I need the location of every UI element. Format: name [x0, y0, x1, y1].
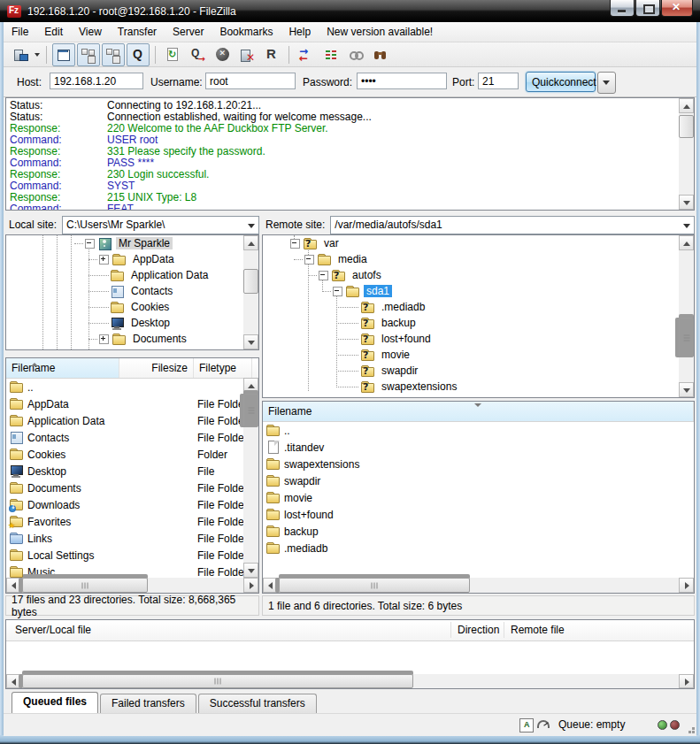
- speed-limit-icon[interactable]: [537, 720, 550, 728]
- tree-item-contacts[interactable]: Contacts: [6, 283, 258, 299]
- local-list-hscrollbar[interactable]: [6, 578, 258, 593]
- toggle-local-tree-button[interactable]: [77, 43, 100, 66]
- file-row[interactable]: ..: [263, 422, 694, 439]
- column-header-direction[interactable]: Direction: [458, 624, 499, 636]
- local-path-combo[interactable]: C:\Users\Mr Sparkle\: [62, 216, 259, 234]
- scroll-left-icon[interactable]: [6, 578, 21, 593]
- tree-item-cookies[interactable]: Cookies: [6, 299, 258, 315]
- log-scrollbar[interactable]: [679, 98, 694, 210]
- column-divider[interactable]: [504, 622, 504, 638]
- scroll-right-icon[interactable]: [679, 578, 694, 593]
- toggle-message-log-button[interactable]: [52, 43, 75, 66]
- file-row[interactable]: .titandev: [263, 439, 694, 456]
- local-list-scrollbar[interactable]: [243, 378, 258, 578]
- tree-item-mr-sparkle[interactable]: Mr Sparkle: [6, 235, 258, 251]
- scroll-down-icon[interactable]: [243, 563, 258, 578]
- tree-item-appdata[interactable]: AppData: [6, 251, 258, 267]
- scroll-left-icon[interactable]: [6, 674, 21, 688]
- scroll-left-icon[interactable]: [263, 578, 278, 593]
- scroll-thumb[interactable]: [679, 318, 694, 357]
- column-header-filetype[interactable]: Filetype: [194, 358, 252, 378]
- column-header-remote-file[interactable]: Remote file: [511, 624, 565, 636]
- menu-server[interactable]: Server: [165, 23, 212, 41]
- local-directory-tree[interactable]: Mr Sparkle AppData Application Data Cont…: [5, 234, 259, 350]
- username-input[interactable]: [205, 73, 296, 89]
- menu-view[interactable]: View: [71, 23, 110, 41]
- cancel-operation-button[interactable]: [211, 43, 234, 66]
- titlebar[interactable]: 192.168.1.20 - root@192.168.1.20 - FileZ…: [0, 0, 700, 22]
- remote-file-list[interactable]: Filename .. .titandev swapextensions swa…: [262, 401, 695, 594]
- tree-item-movie[interactable]: movie: [263, 347, 694, 363]
- file-row[interactable]: DownloadsFile Folder: [6, 496, 258, 513]
- menu-edit[interactable]: Edit: [36, 23, 71, 41]
- find-files-button[interactable]: [369, 43, 392, 66]
- tree-item-downloads[interactable]: Downloads: [6, 347, 258, 350]
- refresh-button[interactable]: [161, 43, 184, 66]
- maximize-button[interactable]: [635, 0, 660, 17]
- file-row[interactable]: ContactsFile Folder: [6, 429, 258, 446]
- menu-bookmarks[interactable]: Bookmarks: [212, 23, 281, 41]
- menu-help[interactable]: Help: [281, 23, 319, 41]
- reconnect-button[interactable]: [260, 43, 283, 66]
- expand-icon[interactable]: [99, 334, 109, 344]
- scroll-thumb[interactable]: [679, 115, 694, 138]
- scroll-right-icon[interactable]: [243, 578, 258, 593]
- queue-hscrollbar[interactable]: [6, 674, 694, 688]
- file-row[interactable]: Local SettingsFile Folder: [6, 547, 258, 564]
- tab-failed-transfers[interactable]: Failed transfers: [100, 694, 196, 713]
- directory-comparison-button[interactable]: [319, 43, 342, 66]
- close-button[interactable]: [661, 0, 693, 17]
- collapse-icon[interactable]: [319, 271, 328, 280]
- local-file-list[interactable]: Filename Filesize Filetype .. AppDataFil…: [5, 357, 259, 594]
- quickconnect-dropdown-button[interactable]: [597, 72, 616, 94]
- transfer-type-icon[interactable]: [519, 718, 534, 732]
- file-row[interactable]: CookiesFolder: [6, 446, 258, 463]
- scroll-thumb[interactable]: [22, 578, 148, 593]
- file-row[interactable]: lost+found: [263, 506, 694, 523]
- message-log[interactable]: Status:Connecting to 192.168.1.20:21... …: [5, 97, 695, 211]
- simultaneous-transfers-button[interactable]: [295, 43, 318, 66]
- column-header-server-local-file[interactable]: Server/Local file: [15, 624, 91, 636]
- tree-item-swapextensions[interactable]: swapextensions: [263, 379, 694, 395]
- scroll-up-icon[interactable]: [243, 235, 258, 250]
- site-manager-dropdown-icon[interactable]: [35, 53, 40, 59]
- file-row[interactable]: DesktopFile: [6, 463, 258, 479]
- expand-icon[interactable]: [99, 255, 109, 265]
- remote-directory-tree[interactable]: var media autofs sda1 .mediadb backup lo…: [262, 234, 695, 398]
- menu-file[interactable]: File: [4, 23, 36, 41]
- scroll-thumb[interactable]: [243, 269, 258, 294]
- tree-item-application-data[interactable]: Application Data: [6, 267, 258, 283]
- toggle-remote-tree-button[interactable]: [102, 43, 125, 66]
- tree-item-lost-found[interactable]: lost+found: [263, 331, 694, 347]
- scroll-down-icon[interactable]: [679, 195, 694, 210]
- combo-arrow-icon[interactable]: [248, 224, 255, 232]
- scroll-thumb[interactable]: [243, 394, 258, 427]
- collapse-icon[interactable]: [304, 255, 314, 265]
- site-manager-button[interactable]: [9, 43, 32, 66]
- tree-item-dvd[interactable]: dvd: [263, 395, 694, 398]
- local-tree-scrollbar[interactable]: [243, 235, 258, 349]
- file-row[interactable]: AppDataFile Folder: [6, 395, 258, 412]
- scroll-down-icon[interactable]: [679, 382, 694, 397]
- tree-item-var[interactable]: var: [263, 235, 694, 251]
- tree-item-media[interactable]: media: [263, 251, 694, 267]
- tab-successful-transfers[interactable]: Successful transfers: [198, 694, 317, 713]
- file-row[interactable]: swapdir: [263, 472, 694, 489]
- tree-item-swapdir[interactable]: swapdir: [263, 363, 694, 379]
- process-queue-button[interactable]: [186, 43, 209, 66]
- file-row[interactable]: LinksFile Folder: [6, 530, 258, 547]
- scroll-up-icon[interactable]: [679, 98, 694, 113]
- combo-arrow-icon[interactable]: [683, 224, 690, 232]
- disconnect-button[interactable]: [235, 43, 258, 66]
- port-input[interactable]: [478, 73, 519, 89]
- host-input[interactable]: [50, 73, 143, 89]
- menu-transfer[interactable]: Transfer: [110, 23, 165, 41]
- tree-item-desktop[interactable]: Desktop: [6, 315, 258, 331]
- file-row[interactable]: movie: [263, 489, 694, 506]
- collapse-icon[interactable]: [85, 239, 95, 249]
- file-row[interactable]: DocumentsFile Folder: [6, 479, 258, 496]
- resize-grip[interactable]: [692, 731, 695, 733]
- tree-item-documents[interactable]: Documents: [6, 331, 258, 347]
- scroll-right-icon[interactable]: [679, 674, 694, 688]
- tree-item-autofs[interactable]: autofs: [263, 267, 694, 283]
